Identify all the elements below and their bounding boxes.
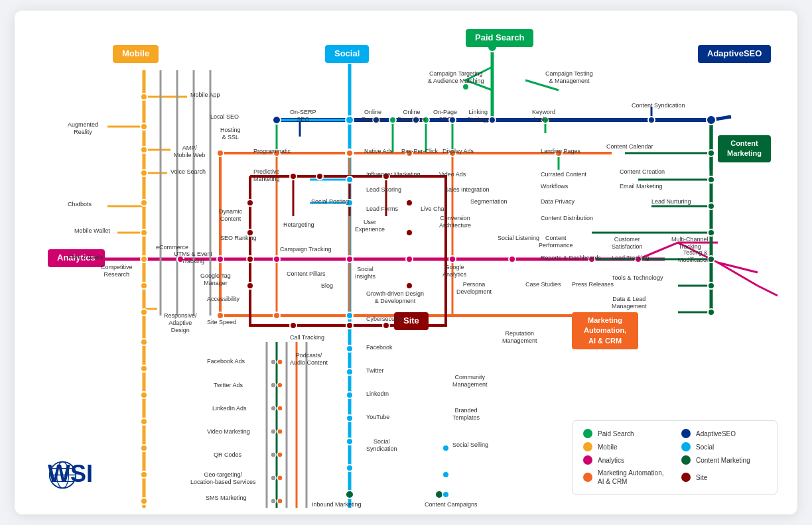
svg-point-49 xyxy=(346,200,353,206)
legend-analytics: Analytics xyxy=(583,455,668,465)
svg-point-80 xyxy=(271,359,276,365)
svg-point-3 xyxy=(141,146,147,153)
adaptive-seo-badge: AdaptiveSEO xyxy=(698,45,771,63)
svg-point-89 xyxy=(277,406,283,411)
svg-point-10 xyxy=(141,339,147,345)
svg-point-21 xyxy=(406,256,413,262)
svg-point-42 xyxy=(708,203,714,209)
svg-point-93 xyxy=(277,498,283,504)
svg-point-24 xyxy=(588,256,595,262)
svg-point-39 xyxy=(707,115,716,125)
svg-point-98 xyxy=(442,491,449,498)
svg-point-96 xyxy=(442,445,449,451)
svg-point-25 xyxy=(635,256,642,262)
analytics-badge: Analytics xyxy=(48,249,105,267)
svg-point-38 xyxy=(648,117,655,123)
svg-point-31 xyxy=(423,117,429,123)
svg-point-81 xyxy=(271,382,276,388)
svg-point-82 xyxy=(271,406,276,411)
svg-point-8 xyxy=(141,282,147,289)
content-marketing-badge: ContentMarketing xyxy=(718,135,771,162)
legend-adaptive-seo: AdaptiveSEO xyxy=(681,429,766,438)
svg-point-86 xyxy=(271,498,276,504)
svg-point-68 xyxy=(346,322,353,329)
svg-point-43 xyxy=(708,229,714,236)
svg-point-28 xyxy=(542,117,549,123)
svg-point-48 xyxy=(346,176,353,183)
svg-point-41 xyxy=(708,176,714,183)
svg-point-20 xyxy=(346,256,353,262)
svg-point-4 xyxy=(141,170,147,176)
svg-point-16 xyxy=(141,498,147,504)
svg-point-83 xyxy=(271,429,276,434)
legend-dot-mobile xyxy=(583,442,592,451)
svg-point-52 xyxy=(346,369,353,375)
legend-site: Site xyxy=(681,469,766,486)
paid-search-badge: Paid Search xyxy=(466,29,533,47)
svg-point-73 xyxy=(346,150,353,156)
legend: Paid Search AdaptiveSEO Mobile Social An… xyxy=(572,420,778,495)
svg-point-7 xyxy=(141,256,147,262)
svg-point-69 xyxy=(290,322,297,329)
mobile-badge: Mobile xyxy=(113,45,159,63)
svg-point-2 xyxy=(141,123,147,130)
legend-label-mobile: Mobile xyxy=(598,443,617,451)
svg-point-87 xyxy=(277,359,283,365)
svg-point-14 xyxy=(141,445,147,451)
svg-point-37 xyxy=(489,117,496,123)
svg-point-72 xyxy=(273,150,280,156)
svg-point-78 xyxy=(273,312,280,319)
svg-point-56 xyxy=(346,465,353,471)
legend-dot-paid-search xyxy=(583,429,592,438)
legend-dot-marketing-auto xyxy=(583,473,592,482)
legend-dot-social xyxy=(681,442,691,451)
svg-point-70 xyxy=(383,322,389,329)
svg-point-50 xyxy=(346,312,353,319)
svg-point-91 xyxy=(277,452,283,457)
svg-point-90 xyxy=(277,429,283,434)
svg-point-17 xyxy=(177,256,184,262)
svg-point-1 xyxy=(141,93,147,100)
legend-label-adaptive-seo: AdaptiveSEO xyxy=(696,430,736,438)
svg-point-51 xyxy=(346,345,353,352)
svg-point-35 xyxy=(413,117,419,123)
svg-point-46 xyxy=(708,309,714,316)
legend-social: Social xyxy=(681,442,766,451)
svg-point-63 xyxy=(316,173,323,180)
svg-point-94 xyxy=(346,491,354,498)
main-card: Mobile Social Paid Search AdaptiveSEO Co… xyxy=(15,11,797,514)
legend-label-analytics: Analytics xyxy=(598,457,624,464)
svg-point-5 xyxy=(141,200,147,206)
legend-dot-site xyxy=(681,473,691,482)
svg-point-23 xyxy=(509,256,515,262)
svg-point-53 xyxy=(346,392,353,398)
legend-label-content-marketing: Content Marketing xyxy=(696,457,750,464)
svg-point-88 xyxy=(277,382,283,388)
svg-point-11 xyxy=(141,365,147,372)
svg-point-75 xyxy=(449,150,456,156)
legend-dot-content-marketing xyxy=(681,455,691,465)
svg-point-74 xyxy=(406,150,413,156)
svg-point-92 xyxy=(277,475,283,481)
svg-point-62 xyxy=(290,173,297,180)
social-badge: Social xyxy=(325,45,369,63)
svg-point-84 xyxy=(271,452,276,457)
svg-point-13 xyxy=(141,418,147,425)
wsi-logo: WSI xyxy=(48,460,93,488)
svg-point-12 xyxy=(141,392,147,398)
legend-label-paid-search: Paid Search xyxy=(598,430,634,438)
svg-point-33 xyxy=(346,116,354,124)
svg-point-60 xyxy=(247,256,253,262)
legend-marketing-auto: Marketing Automation,AI & CRM xyxy=(583,469,668,486)
svg-point-66 xyxy=(406,229,413,236)
svg-point-85 xyxy=(271,475,276,481)
wsi-globe-icon xyxy=(48,460,78,490)
svg-point-18 xyxy=(217,256,224,262)
svg-point-45 xyxy=(708,282,714,289)
svg-point-67 xyxy=(406,282,413,289)
legend-label-site: Site xyxy=(696,474,707,481)
svg-point-65 xyxy=(406,200,413,206)
legend-paid-search: Paid Search xyxy=(583,429,668,438)
svg-point-6 xyxy=(141,229,147,236)
svg-point-59 xyxy=(247,229,253,236)
